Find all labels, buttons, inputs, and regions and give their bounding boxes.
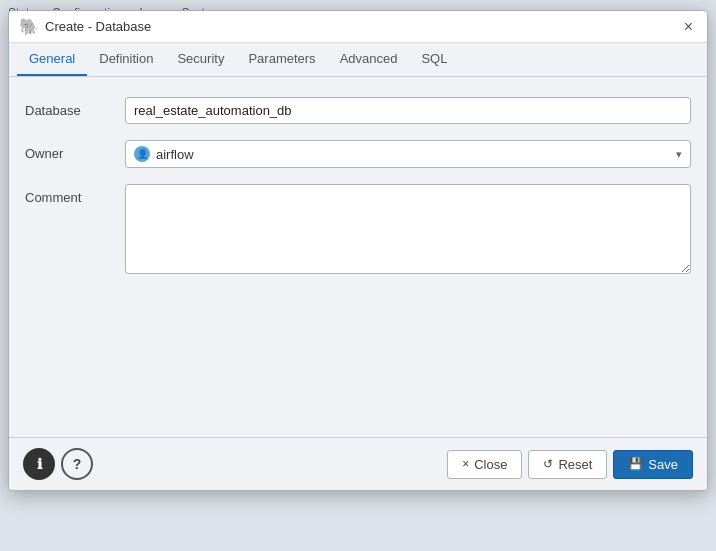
footer-left-buttons: ℹ ? [23,448,93,480]
close-icon: × [462,457,469,471]
owner-select[interactable]: 👤 airflow ▾ [125,140,691,168]
form-row-database: Database [25,97,691,124]
tab-security[interactable]: Security [165,43,236,76]
owner-user-icon: 👤 [134,146,150,162]
dialog-footer: ℹ ? × Close ↺ Reset 💾 Save [9,437,707,490]
dialog-body: Database Owner 👤 airflow ▾ [9,77,707,437]
save-button[interactable]: 💾 Save [613,450,693,479]
tab-parameters[interactable]: Parameters [236,43,327,76]
save-label: Save [648,457,678,472]
footer-right-buttons: × Close ↺ Reset 💾 Save [447,450,693,479]
database-icon: 🐘 [19,17,39,36]
tab-advanced[interactable]: Advanced [328,43,410,76]
tab-definition[interactable]: Definition [87,43,165,76]
comment-textarea-wrap [125,184,691,277]
dialog-overlay: State Configuration Logs System 🐘 Create… [0,0,716,551]
comment-label: Comment [25,184,125,205]
reset-icon: ↺ [543,457,553,471]
comment-textarea[interactable] [125,184,691,274]
reset-button[interactable]: ↺ Reset [528,450,607,479]
owner-chevron-icon: ▾ [676,148,682,161]
dialog-close-button[interactable]: × [680,19,697,35]
owner-label: Owner [25,140,125,161]
form-row-owner: Owner 👤 airflow ▾ [25,140,691,168]
info-button[interactable]: ℹ [23,448,55,480]
save-icon: 💾 [628,457,643,471]
dialog-title-text: Create - Database [45,19,151,34]
create-database-dialog: 🐘 Create - Database × General Definition… [8,10,708,491]
close-button[interactable]: × Close [447,450,522,479]
owner-select-left: 👤 airflow [134,146,194,162]
help-button[interactable]: ? [61,448,93,480]
owner-select-wrap: 👤 airflow ▾ [125,140,691,168]
close-label: Close [474,457,507,472]
form-row-comment: Comment [25,184,691,277]
dialog-title: 🐘 Create - Database [19,17,151,36]
dialog-titlebar: 🐘 Create - Database × [9,11,707,43]
database-label: Database [25,97,125,118]
tab-general[interactable]: General [17,43,87,76]
owner-select-value: airflow [156,147,194,162]
database-input[interactable] [125,97,691,124]
dialog-tab-bar: General Definition Security Parameters A… [9,43,707,77]
database-input-wrap [125,97,691,124]
reset-label: Reset [558,457,592,472]
tab-sql[interactable]: SQL [409,43,459,76]
